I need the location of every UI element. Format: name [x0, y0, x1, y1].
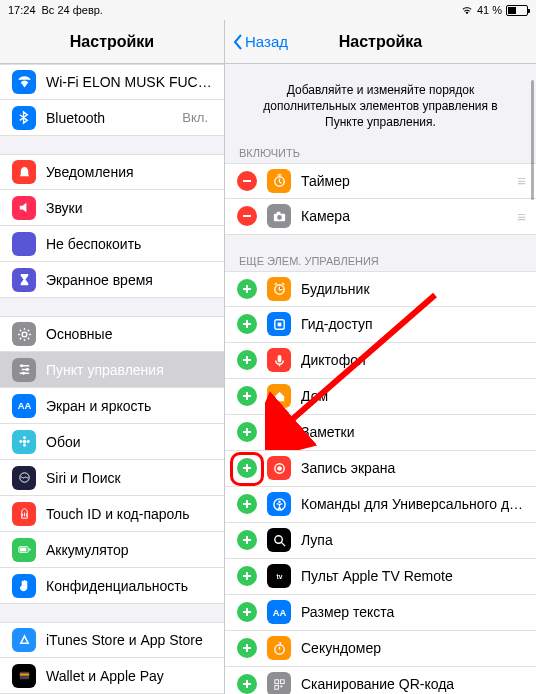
flower-icon [12, 430, 36, 454]
svg-rect-38 [246, 428, 248, 436]
row-label: Пульт Apple TV Remote [301, 568, 524, 584]
more-row[interactable]: Будильник [225, 271, 536, 307]
settings-row[interactable]: Аккумулятор [0, 532, 224, 568]
aa-icon: AA [12, 394, 36, 418]
row-label: Диктофон [301, 352, 524, 368]
wifi-icon [12, 70, 36, 94]
scrollbar[interactable] [531, 80, 534, 200]
add-button[interactable] [237, 530, 257, 550]
svg-rect-24 [276, 211, 280, 214]
bt-icon [12, 106, 36, 130]
remove-button[interactable] [237, 171, 257, 191]
svg-point-9 [26, 440, 29, 443]
svg-point-47 [278, 500, 280, 502]
more-row[interactable]: Сканирование QR-кода [225, 667, 536, 694]
more-row[interactable]: tvПульт Apple TV Remote [225, 559, 536, 595]
atv-icon: tv [267, 564, 291, 588]
settings-row[interactable]: iTunes Store и App Store [0, 622, 224, 658]
settings-row[interactable]: Уведомления [0, 154, 224, 190]
add-button[interactable] [237, 602, 257, 622]
row-label: Размер текста [301, 604, 524, 620]
settings-row[interactable]: Пункт управления [0, 352, 224, 388]
stopwatch-icon [267, 636, 291, 660]
appstore-icon [12, 628, 36, 652]
svg-rect-29 [246, 320, 248, 328]
add-button[interactable] [237, 494, 257, 514]
svg-rect-15 [19, 674, 28, 676]
add-button[interactable] [237, 314, 257, 334]
reorder-handle[interactable]: ≡ [517, 172, 524, 189]
add-button[interactable] [237, 674, 257, 694]
svg-point-7 [23, 444, 26, 447]
svg-point-1 [20, 364, 23, 367]
add-button[interactable] [237, 638, 257, 658]
svg-point-0 [22, 332, 27, 337]
svg-rect-52 [246, 572, 248, 580]
settings-master-pane: Настройки Wi-Fi ELON MUSK FUCKS SP…Bluet… [0, 20, 225, 694]
ua-icon [267, 492, 291, 516]
row-label: Основные [46, 326, 212, 342]
settings-row[interactable]: Обои [0, 424, 224, 460]
svg-rect-26 [246, 285, 248, 293]
row-label: Будильник [301, 281, 524, 297]
back-button[interactable]: Назад [233, 33, 288, 50]
add-button[interactable] [237, 350, 257, 370]
row-label: Запись экрана [301, 460, 524, 476]
more-row[interactable]: Дом [225, 379, 536, 415]
settings-row[interactable]: Siri и Поиск [0, 460, 224, 496]
svg-point-6 [23, 436, 26, 439]
included-row[interactable]: Камера≡ [225, 199, 536, 235]
settings-row[interactable]: BluetoothВкл. [0, 100, 224, 136]
row-label: Звуки [46, 200, 212, 216]
settings-row[interactable]: Звуки [0, 190, 224, 226]
touch-icon [12, 502, 36, 526]
svg-text:AA: AA [272, 608, 286, 618]
more-row[interactable]: Секундомер [225, 631, 536, 667]
svg-rect-65 [280, 685, 282, 687]
svg-text:AA: AA [17, 401, 31, 411]
more-row[interactable]: Заметки [225, 415, 536, 451]
camera-icon [267, 204, 291, 228]
more-row[interactable]: Запись экрана [225, 451, 536, 487]
svg-rect-45 [246, 500, 248, 508]
svg-rect-63 [280, 679, 284, 683]
row-label: Пункт управления [46, 362, 212, 378]
status-time: 17:24 [8, 4, 36, 16]
more-row[interactable]: Команды для Универсального доступа [225, 487, 536, 523]
access-icon [267, 312, 291, 336]
remove-button[interactable] [237, 206, 257, 226]
add-button[interactable] [237, 386, 257, 406]
settings-row[interactable]: Не беспокоить [0, 226, 224, 262]
svg-rect-64 [274, 685, 278, 689]
row-label: Bluetooth [46, 110, 172, 126]
battery-icon [506, 5, 528, 16]
row-label: Камера [301, 208, 507, 224]
add-button[interactable] [237, 279, 257, 299]
more-row[interactable]: Гид-доступ [225, 307, 536, 343]
row-label: Гид-доступ [301, 316, 524, 332]
svg-rect-41 [246, 464, 248, 472]
settings-row[interactable]: AAЭкран и яркость [0, 388, 224, 424]
more-row[interactable]: Диктофон [225, 343, 536, 379]
more-section-header: ЕЩЕ ЭЛЕМ. УПРАВЛЕНИЯ [225, 251, 536, 271]
mic-icon [267, 348, 291, 372]
chevron-left-icon [233, 34, 243, 50]
more-row[interactable]: AAРазмер текста [225, 595, 536, 631]
left-title: Настройки [70, 33, 154, 51]
settings-row[interactable]: Wallet и Apple Pay [0, 658, 224, 694]
settings-row[interactable]: Экранное время [0, 262, 224, 298]
more-row[interactable]: Лупа [225, 523, 536, 559]
settings-row[interactable]: Touch ID и код-пароль [0, 496, 224, 532]
add-button[interactable] [237, 422, 257, 442]
row-label: Обои [46, 434, 212, 450]
row-label: Конфиденциальность [46, 578, 212, 594]
settings-row[interactable]: Wi-Fi ELON MUSK FUCKS SP… [0, 64, 224, 100]
svg-rect-31 [277, 322, 281, 326]
row-label: Сканирование QR-кода [301, 676, 524, 692]
included-row[interactable]: Таймер≡ [225, 163, 536, 199]
add-button[interactable] [237, 566, 257, 586]
settings-row[interactable]: Основные [0, 316, 224, 352]
reorder-handle[interactable]: ≡ [517, 208, 524, 225]
settings-row[interactable]: Конфиденциальность [0, 568, 224, 604]
add-button[interactable] [237, 458, 257, 478]
